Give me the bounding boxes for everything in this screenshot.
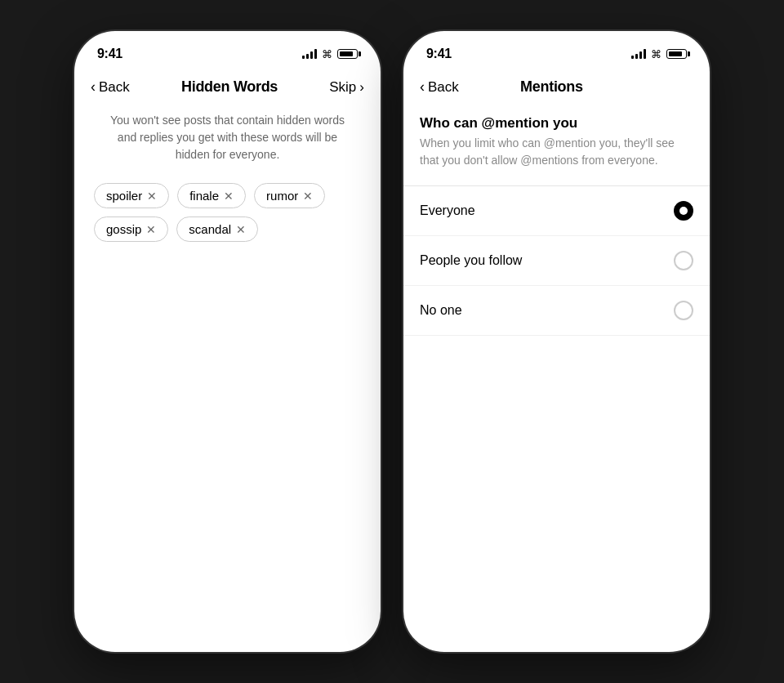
tag-label-spoiler: spoiler	[106, 189, 142, 203]
option-label-people-you-follow: People you follow	[420, 253, 522, 268]
skip-button[interactable]: Skip ›	[329, 79, 364, 96]
tag-spoiler[interactable]: spoiler ✕	[94, 183, 169, 208]
page-title-1: Hidden Words	[181, 78, 278, 96]
battery-icon-2	[666, 49, 687, 59]
phone-mentions: 9:41 ⌘ ‹ Back Mentions	[403, 31, 710, 652]
option-label-everyone: Everyone	[420, 203, 475, 218]
back-button-1[interactable]: ‹ Back	[91, 78, 130, 96]
nav-bar-2: ‹ Back Mentions	[403, 72, 710, 105]
option-label-no-one: No one	[420, 303, 462, 318]
tag-remove-rumor[interactable]: ✕	[303, 190, 313, 203]
back-label-2: Back	[428, 79, 459, 96]
radio-people-you-follow[interactable]	[674, 251, 693, 270]
status-time-1: 9:41	[97, 47, 122, 61]
status-bar-1: 9:41 ⌘	[74, 31, 381, 72]
chevron-left-icon-1: ‹	[91, 78, 96, 96]
status-time-2: 9:41	[426, 47, 452, 61]
tag-gossip[interactable]: gossip ✕	[94, 217, 168, 242]
tag-remove-spoiler[interactable]: ✕	[147, 190, 157, 203]
option-no-one[interactable]: No one	[403, 286, 710, 336]
radio-everyone[interactable]	[674, 201, 693, 221]
nav-bar-1: ‹ Back Hidden Words Skip ›	[74, 72, 381, 105]
back-button-2[interactable]: ‹ Back	[420, 78, 459, 96]
tag-remove-finale[interactable]: ✕	[224, 190, 234, 203]
tag-finale[interactable]: finale ✕	[177, 183, 246, 208]
description-text: You won't see posts that contain hidden …	[91, 105, 364, 183]
radio-no-one[interactable]	[674, 301, 693, 320]
tag-rumor[interactable]: rumor ✕	[254, 183, 325, 208]
tag-remove-gossip[interactable]: ✕	[146, 223, 156, 236]
mentions-option-list: Everyone People you follow No one	[403, 186, 710, 336]
tags-container: spoiler ✕ finale ✕ rumor ✕ gossip ✕ scan…	[91, 183, 364, 242]
option-people-you-follow[interactable]: People you follow	[403, 236, 710, 286]
tag-label-gossip: gossip	[106, 222, 141, 236]
battery-icon-1	[337, 49, 358, 59]
tag-remove-scandal[interactable]: ✕	[236, 223, 246, 236]
back-label-1: Back	[99, 79, 130, 96]
chevron-right-icon: ›	[359, 79, 364, 96]
status-icons-1: ⌘	[302, 48, 358, 60]
tag-scandal[interactable]: scandal ✕	[176, 217, 258, 242]
signal-icon-2	[631, 49, 646, 59]
tag-label-finale: finale	[189, 189, 219, 203]
page-title-2: Mentions	[520, 78, 583, 96]
chevron-left-icon-2: ‹	[420, 78, 425, 96]
status-icons-2: ⌘	[631, 48, 687, 60]
section-title: Who can @mention you	[420, 115, 693, 132]
wifi-icon-2: ⌘	[651, 48, 662, 60]
phone-hidden-words: 9:41 ⌘ ‹ Back Hidden Words	[74, 31, 381, 652]
status-bar-2: 9:41 ⌘	[403, 31, 710, 72]
mentions-section-header: Who can @mention you When you limit who …	[403, 105, 710, 172]
tag-label-scandal: scandal	[189, 222, 231, 236]
signal-icon-1	[302, 49, 317, 59]
hidden-words-content: You won't see posts that contain hidden …	[74, 105, 381, 242]
radio-inner-everyone	[679, 207, 688, 215]
tag-label-rumor: rumor	[266, 189, 298, 203]
section-subtitle: When you limit who can @mention you, the…	[420, 135, 693, 169]
skip-label: Skip	[329, 79, 356, 96]
wifi-icon-1: ⌘	[322, 48, 332, 60]
option-everyone[interactable]: Everyone	[403, 186, 710, 236]
